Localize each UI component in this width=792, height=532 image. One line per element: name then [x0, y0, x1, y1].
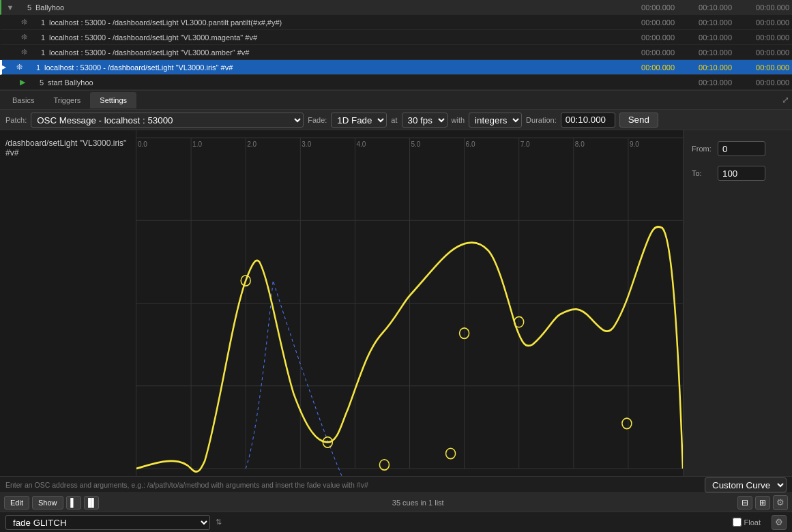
svg-text:8.0: 8.0 [575, 140, 585, 149]
fps-select[interactable]: 30 fps [402, 113, 448, 128]
settings-bar: Patch: OSC Message - localhost : 53000 F… [0, 110, 792, 130]
tab-triggers[interactable]: Triggers [44, 92, 90, 108]
float-label: Float [744, 518, 761, 527]
float-checkbox[interactable] [733, 518, 742, 527]
tab-basics[interactable]: Basics [3, 92, 44, 108]
patch-select[interactable]: OSC Message - localhost : 53000 [31, 113, 304, 128]
right-panel: From: To: [683, 130, 792, 476]
selected-arrow-icon: ▶ [2, 64, 12, 70]
from-row: From: [692, 141, 784, 156]
layout-icon-1[interactable]: ⊟ [737, 496, 752, 509]
cue-row-magenta[interactable]: ❊ 1 localhost : 53000 - /dashboard/setLi… [0, 30, 792, 45]
to-input[interactable] [718, 166, 765, 181]
main-content: /dashboard/setLight "VL3000.iris" #v# 0.… [0, 130, 792, 476]
svg-point-30 [622, 418, 632, 428]
osc-path-text: /dashboard/setLight "VL3000.iris" #v# [5, 138, 130, 158]
cue-time-post: 00:00.000 [735, 3, 789, 12]
cue-times: 00:00.000 00:10.000 00:00.000 [620, 63, 789, 72]
float-check-row: Float [733, 518, 761, 527]
cue-name: localhost : 53000 - /dashboard/setLight … [49, 18, 620, 27]
svg-text:0.0: 0.0 [138, 140, 147, 149]
curve-editor[interactable]: 0.0 1.0 2.0 3.0 4.0 5.0 6.0 7.0 8.0 9.0 [136, 130, 683, 476]
bottom-hint-bar: Enter an OSC address and arguments, e.g.… [0, 476, 792, 492]
cue-row-pantilt[interactable]: ❊ 1 localhost : 53000 - /dashboard/setLi… [0, 15, 792, 30]
cue-icon-snowflake: ❊ [18, 18, 30, 27]
cue-times: 00:10.000 00:00.000 [620, 78, 789, 87]
svg-point-27 [446, 448, 456, 458]
cue-name: localhost : 53000 - /dashboard/setLight … [49, 48, 620, 57]
cue-row-group[interactable]: ▼ 5 Ballyhoo 00:00.000 00:10.000 00:00.0… [0, 0, 792, 15]
svg-text:9.0: 9.0 [630, 140, 639, 149]
cue-icon-snowflake: ❊ [18, 48, 30, 57]
tab-settings[interactable]: Settings [90, 92, 136, 108]
cue-num: 1 [30, 18, 49, 27]
layout-icon-2[interactable]: ⊞ [755, 496, 770, 509]
double-column-icon[interactable]: ▐▌ [84, 496, 99, 509]
duration-input[interactable] [561, 113, 615, 128]
svg-text:1.0: 1.0 [192, 140, 202, 149]
to-row: To: [692, 166, 784, 181]
cue-count: 35 cues in 1 list [102, 499, 735, 507]
cue-row-start[interactable]: ▶ 5 start Ballyhoo 00:10.000 00:00.000 [0, 75, 792, 90]
cue-time-pre: 00:00.000 [620, 3, 675, 12]
cue-num: 1 [30, 48, 49, 57]
show-button[interactable]: Show [32, 496, 63, 509]
to-label: To: [692, 169, 712, 177]
cue-times: 00:00.000 00:10.000 00:00.000 [620, 18, 789, 27]
cue-name: Ballyhoo [35, 3, 620, 12]
svg-text:6.0: 6.0 [466, 140, 475, 149]
interp-select[interactable]: integers [469, 113, 522, 128]
queue-arrows-icon: ⇅ [216, 518, 222, 527]
from-input[interactable] [718, 141, 765, 156]
fade-select[interactable]: 1D Fade [331, 113, 387, 128]
group-collapse-icon[interactable]: ▼ [4, 3, 16, 12]
svg-text:5.0: 5.0 [411, 140, 421, 149]
osc-label: /dashboard/setLight "VL3000.iris" #v# [0, 130, 136, 476]
single-column-icon[interactable]: ▌ [66, 496, 81, 509]
cue-icon-snowflake: ❊ [18, 33, 30, 42]
curve-svg[interactable]: 0.0 1.0 2.0 3.0 4.0 5.0 6.0 7.0 8.0 9.0 [136, 130, 683, 476]
cue-num: 1 [30, 33, 49, 42]
play-icon: ▶ [16, 78, 29, 87]
with-label: with [452, 116, 465, 124]
cue-name: localhost : 53000 - /dashboard/setLight … [44, 63, 620, 72]
expand-icon[interactable]: ⤢ [782, 95, 789, 105]
cue-time-dur: 00:10.000 [677, 3, 732, 12]
svg-text:3.0: 3.0 [302, 140, 311, 149]
cue-row-iris[interactable]: ▶ ❊ 1 localhost : 53000 - /dashboard/set… [0, 60, 792, 75]
cue-name: localhost : 53000 - /dashboard/setLight … [49, 33, 620, 42]
cue-num: 1 [25, 63, 44, 72]
queue-gear-icon[interactable]: ⚙ [772, 515, 787, 530]
cue-times: 00:00.000 00:10.000 00:00.000 [620, 3, 789, 12]
svg-text:7.0: 7.0 [520, 140, 530, 149]
queue-select[interactable]: fade GLITCH [5, 515, 210, 530]
svg-text:2.0: 2.0 [247, 140, 256, 149]
cue-pre-num: 5 [29, 78, 48, 87]
duration-label: Duration: [526, 116, 557, 124]
from-label: From: [692, 145, 712, 153]
queue-bar: fade GLITCH ⇅ Float ⚙ [0, 512, 792, 532]
status-right: ⊟ ⊞ ⚙ [737, 495, 788, 510]
gear-icon-btn[interactable]: ⚙ [773, 495, 788, 510]
cue-name: start Ballyhoo [48, 78, 620, 87]
hint-text: Enter an OSC address and arguments, e.g.… [5, 481, 705, 489]
tabs-bar: Basics Triggers Settings ⤢ [0, 91, 792, 110]
cue-list: ▼ 5 Ballyhoo 00:00.000 00:10.000 00:00.0… [0, 0, 792, 91]
status-bar: Edit Show ▌ ▐▌ 35 cues in 1 list ⊟ ⊞ ⚙ [0, 492, 792, 512]
fade-label: Fade: [308, 116, 327, 124]
cue-times: 00:00.000 00:10.000 00:00.000 [620, 48, 789, 57]
patch-label: Patch: [5, 116, 27, 124]
edit-button[interactable]: Edit [4, 496, 29, 509]
cue-row-amber[interactable]: ❊ 1 localhost : 53000 - /dashboard/setLi… [0, 45, 792, 60]
custom-curve-select[interactable]: Custom Curve [705, 477, 787, 492]
cue-icon-snowflake: ❊ [13, 63, 25, 72]
send-button[interactable]: Send [619, 113, 658, 128]
svg-text:4.0: 4.0 [356, 140, 366, 149]
cue-number: 5 [16, 3, 35, 12]
cue-times: 00:00.000 00:10.000 00:00.000 [620, 33, 789, 42]
at-label: at [391, 116, 397, 124]
